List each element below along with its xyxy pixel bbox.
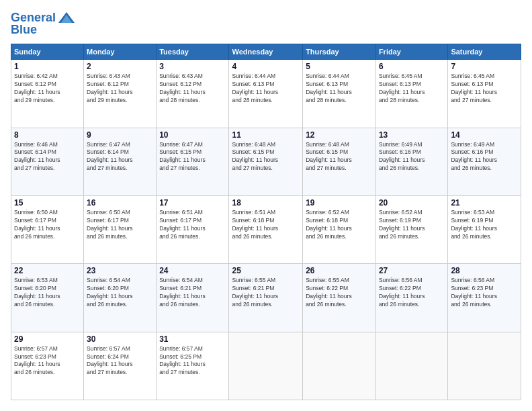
weekday-header-sunday: Sunday [11,44,84,60]
calendar-cell: 11Sunrise: 6:48 AM Sunset: 6:15 PM Dayli… [229,128,303,195]
day-number: 28 [451,266,518,275]
calendar-cell: 17Sunrise: 6:51 AM Sunset: 6:17 PM Dayli… [157,195,229,263]
day-number: 19 [306,198,373,208]
weekday-header-thursday: Thursday [303,44,376,60]
header: General Blue [11,11,521,37]
calendar-week-row: 1Sunrise: 6:42 AM Sunset: 6:12 PM Daylig… [11,60,521,128]
logo-icon [57,11,76,26]
calendar-cell: 16Sunrise: 6:50 AM Sunset: 6:17 PM Dayli… [84,195,157,263]
day-number: 5 [306,62,373,71]
calendar-week-row: 15Sunrise: 6:50 AM Sunset: 6:17 PM Dayli… [11,195,521,263]
calendar-cell: 5Sunrise: 6:44 AM Sunset: 6:13 PM Daylig… [303,60,376,128]
calendar-cell [375,332,447,400]
day-number: 10 [159,130,226,140]
weekday-header-tuesday: Tuesday [157,44,229,60]
day-number: 21 [451,198,518,208]
day-info: Sunrise: 6:49 AM Sunset: 6:16 PM Dayligh… [451,141,518,173]
day-number: 1 [14,62,81,71]
day-number: 4 [232,62,300,71]
calendar-cell: 21Sunrise: 6:53 AM Sunset: 6:19 PM Dayli… [448,195,521,263]
day-info: Sunrise: 6:43 AM Sunset: 6:12 PM Dayligh… [87,73,153,105]
day-info: Sunrise: 6:48 AM Sunset: 6:15 PM Dayligh… [232,141,300,173]
calendar-cell: 22Sunrise: 6:53 AM Sunset: 6:20 PM Dayli… [11,264,84,332]
day-info: Sunrise: 6:57 AM Sunset: 6:25 PM Dayligh… [159,345,226,377]
day-info: Sunrise: 6:47 AM Sunset: 6:14 PM Dayligh… [87,141,153,173]
calendar-cell: 29Sunrise: 6:57 AM Sunset: 6:23 PM Dayli… [11,332,84,400]
day-info: Sunrise: 6:48 AM Sunset: 6:15 PM Dayligh… [306,141,373,173]
calendar-cell: 9Sunrise: 6:47 AM Sunset: 6:14 PM Daylig… [84,128,157,195]
calendar-cell: 30Sunrise: 6:57 AM Sunset: 6:24 PM Dayli… [84,332,157,400]
day-info: Sunrise: 6:54 AM Sunset: 6:20 PM Dayligh… [87,277,153,309]
day-info: Sunrise: 6:57 AM Sunset: 6:23 PM Dayligh… [14,345,81,377]
calendar-cell: 8Sunrise: 6:46 AM Sunset: 6:14 PM Daylig… [11,128,84,195]
day-info: Sunrise: 6:42 AM Sunset: 6:12 PM Dayligh… [14,73,81,105]
calendar-cell: 2Sunrise: 6:43 AM Sunset: 6:12 PM Daylig… [84,60,157,128]
day-info: Sunrise: 6:50 AM Sunset: 6:17 PM Dayligh… [87,209,153,241]
day-number: 7 [451,62,518,71]
calendar-cell [303,332,376,400]
day-number: 15 [14,198,81,208]
calendar-cell: 28Sunrise: 6:56 AM Sunset: 6:23 PM Dayli… [448,264,521,332]
day-number: 3 [159,62,226,71]
day-info: Sunrise: 6:52 AM Sunset: 6:18 PM Dayligh… [306,209,373,241]
calendar-body: 1Sunrise: 6:42 AM Sunset: 6:12 PM Daylig… [11,60,521,400]
day-info: Sunrise: 6:50 AM Sunset: 6:17 PM Dayligh… [14,209,81,241]
calendar-cell: 6Sunrise: 6:45 AM Sunset: 6:13 PM Daylig… [375,60,447,128]
day-info: Sunrise: 6:54 AM Sunset: 6:21 PM Dayligh… [159,277,226,309]
day-number: 12 [306,130,373,140]
page: General Blue SundayMondayTuesdayWednesda… [0,0,532,411]
weekday-header-row: SundayMondayTuesdayWednesdayThursdayFrid… [11,44,521,60]
day-info: Sunrise: 6:57 AM Sunset: 6:24 PM Dayligh… [87,345,153,377]
day-info: Sunrise: 6:49 AM Sunset: 6:16 PM Dayligh… [379,141,445,173]
day-number: 8 [14,130,81,140]
weekday-header-monday: Monday [84,44,157,60]
calendar-cell: 26Sunrise: 6:55 AM Sunset: 6:22 PM Dayli… [303,264,376,332]
day-number: 31 [159,334,226,344]
weekday-header-saturday: Saturday [448,44,521,60]
day-info: Sunrise: 6:53 AM Sunset: 6:19 PM Dayligh… [451,209,518,241]
day-info: Sunrise: 6:46 AM Sunset: 6:14 PM Dayligh… [14,141,81,173]
calendar-cell: 20Sunrise: 6:52 AM Sunset: 6:19 PM Dayli… [375,195,447,263]
calendar-cell: 27Sunrise: 6:56 AM Sunset: 6:22 PM Dayli… [375,264,447,332]
day-number: 16 [87,198,153,208]
day-number: 25 [232,266,300,275]
day-number: 22 [14,266,81,275]
calendar-cell: 19Sunrise: 6:52 AM Sunset: 6:18 PM Dayli… [303,195,376,263]
day-info: Sunrise: 6:43 AM Sunset: 6:12 PM Dayligh… [159,73,226,105]
day-info: Sunrise: 6:44 AM Sunset: 6:13 PM Dayligh… [232,73,300,105]
day-number: 18 [232,198,300,208]
calendar-cell: 31Sunrise: 6:57 AM Sunset: 6:25 PM Dayli… [157,332,229,400]
calendar-cell [448,332,521,400]
day-number: 20 [379,198,445,208]
day-number: 23 [87,266,153,275]
day-info: Sunrise: 6:55 AM Sunset: 6:22 PM Dayligh… [306,277,373,309]
day-info: Sunrise: 6:51 AM Sunset: 6:18 PM Dayligh… [232,209,300,241]
day-number: 30 [87,334,153,344]
calendar-cell: 13Sunrise: 6:49 AM Sunset: 6:16 PM Dayli… [375,128,447,195]
day-info: Sunrise: 6:52 AM Sunset: 6:19 PM Dayligh… [379,209,445,241]
weekday-header-wednesday: Wednesday [229,44,303,60]
calendar-cell: 15Sunrise: 6:50 AM Sunset: 6:17 PM Dayli… [11,195,84,263]
day-info: Sunrise: 6:53 AM Sunset: 6:20 PM Dayligh… [14,277,81,309]
calendar-table: SundayMondayTuesdayWednesdayThursdayFrid… [11,44,521,400]
day-number: 11 [232,130,300,140]
calendar-week-row: 29Sunrise: 6:57 AM Sunset: 6:23 PM Dayli… [11,332,521,400]
calendar-cell: 7Sunrise: 6:45 AM Sunset: 6:13 PM Daylig… [448,60,521,128]
calendar-cell: 4Sunrise: 6:44 AM Sunset: 6:13 PM Daylig… [229,60,303,128]
calendar-cell: 10Sunrise: 6:47 AM Sunset: 6:15 PM Dayli… [157,128,229,195]
weekday-header-friday: Friday [375,44,447,60]
day-info: Sunrise: 6:55 AM Sunset: 6:21 PM Dayligh… [232,277,300,309]
day-number: 24 [159,266,226,275]
calendar-cell: 25Sunrise: 6:55 AM Sunset: 6:21 PM Dayli… [229,264,303,332]
day-number: 27 [379,266,445,275]
day-number: 9 [87,130,153,140]
calendar-cell: 23Sunrise: 6:54 AM Sunset: 6:20 PM Dayli… [84,264,157,332]
calendar-cell: 14Sunrise: 6:49 AM Sunset: 6:16 PM Dayli… [448,128,521,195]
day-info: Sunrise: 6:56 AM Sunset: 6:23 PM Dayligh… [451,277,518,309]
day-info: Sunrise: 6:51 AM Sunset: 6:17 PM Dayligh… [159,209,226,241]
day-number: 13 [379,130,445,140]
day-number: 14 [451,130,518,140]
calendar-cell [229,332,303,400]
calendar-cell: 3Sunrise: 6:43 AM Sunset: 6:12 PM Daylig… [157,60,229,128]
day-info: Sunrise: 6:44 AM Sunset: 6:13 PM Dayligh… [306,73,373,105]
